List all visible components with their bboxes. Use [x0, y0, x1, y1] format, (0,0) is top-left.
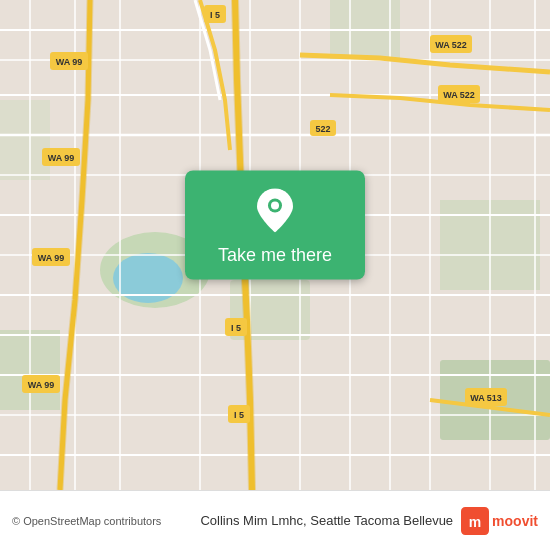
- svg-point-57: [271, 202, 279, 210]
- moovit-logo: m moovit: [461, 507, 538, 535]
- take-me-there-button[interactable]: Take me there: [185, 171, 365, 280]
- svg-text:522: 522: [315, 124, 330, 134]
- svg-text:I 5: I 5: [210, 10, 220, 20]
- svg-text:WA 513: WA 513: [470, 393, 502, 403]
- svg-text:m: m: [469, 513, 481, 529]
- attribution-text: © OpenStreetMap contributors: [12, 515, 161, 527]
- moovit-logo-icon: m: [461, 507, 489, 535]
- svg-text:WA 99: WA 99: [48, 153, 75, 163]
- svg-text:WA 99: WA 99: [56, 57, 83, 67]
- svg-text:WA 522: WA 522: [435, 40, 467, 50]
- svg-text:I 5: I 5: [234, 410, 244, 420]
- svg-rect-8: [0, 100, 50, 180]
- location-info: Collins Mim Lmhc, Seattle Tacoma Bellevu…: [200, 507, 538, 535]
- svg-text:WA 99: WA 99: [38, 253, 65, 263]
- svg-text:WA 522: WA 522: [443, 90, 475, 100]
- bottom-bar: © OpenStreetMap contributors Collins Mim…: [0, 490, 550, 550]
- svg-text:WA 99: WA 99: [28, 380, 55, 390]
- location-pin-icon: [257, 189, 293, 237]
- svg-text:I 5: I 5: [231, 323, 241, 333]
- map-container: WA 99 WA 99 WA 99 WA 99 I 5 I 5 I 5 WA 5…: [0, 0, 550, 490]
- location-name: Collins Mim Lmhc, Seattle Tacoma Bellevu…: [200, 513, 453, 528]
- osm-attribution: © OpenStreetMap contributors: [12, 515, 161, 527]
- moovit-text: moovit: [492, 513, 538, 529]
- take-me-there-label: Take me there: [218, 245, 332, 266]
